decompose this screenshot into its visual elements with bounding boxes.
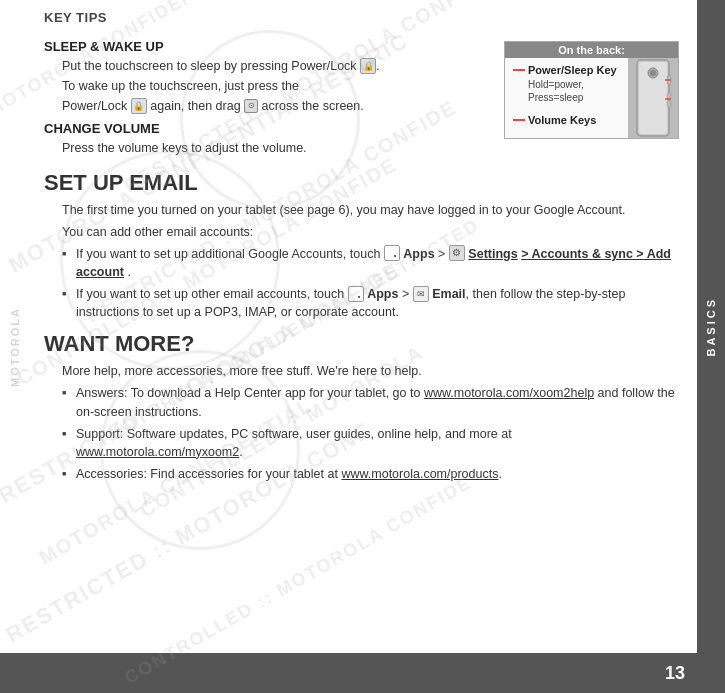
volume-key-label: Volume Keys <box>528 114 596 126</box>
on-the-back-box: On the back: Power/Sleep Key Hold=power,… <box>504 41 679 139</box>
settings-label: Settings <box>468 247 517 261</box>
want-more-bullet3: Accessories: Find accessories for your t… <box>62 465 679 483</box>
email-label: Email <box>432 287 465 301</box>
power-key-row: Power/Sleep Key <box>513 64 624 76</box>
device-back-svg <box>633 58 673 138</box>
apps-icon-2 <box>348 286 364 302</box>
want-more-bullets: Answers: To download a Help Center app f… <box>62 384 679 483</box>
svg-point-3 <box>650 70 656 76</box>
link-products[interactable]: www.motorola.com/products <box>341 467 498 481</box>
link-myxoom2[interactable]: www.motorola.com/myxoom2 <box>76 445 239 459</box>
left-sidebar: MOTOROLA <box>0 0 30 693</box>
on-the-back-title: On the back: <box>505 42 678 58</box>
device-back-image <box>628 58 678 138</box>
want-more-bullet1: Answers: To download a Help Center app f… <box>62 384 679 420</box>
email-icon: ✉ <box>413 286 429 302</box>
svg-rect-5 <box>667 93 671 99</box>
volume-key-arrow <box>513 119 525 121</box>
main-content: KEY TIPS SLEEP & WAKE UP Put the touchsc… <box>30 0 697 653</box>
change-volume-text: Press the volume keys to adjust the volu… <box>62 139 669 157</box>
lock-icon-1: 🔒 <box>360 58 376 74</box>
set-up-email-bullet2: If you want to set up other email accoun… <box>62 285 679 321</box>
set-up-email-add-accounts: You can add other email accounts: <box>62 223 679 241</box>
want-more-bullet2: Support: Software updates, PC software, … <box>62 425 679 461</box>
set-up-email-bullets: If you want to set up additional Google … <box>62 245 679 322</box>
set-up-email-heading: SET UP EMAIL <box>44 170 679 196</box>
volume-key-row: Volume Keys <box>513 114 624 126</box>
top-section: SLEEP & WAKE UP Put the touchscreen to s… <box>44 33 679 160</box>
apps-icon-1 <box>384 245 400 261</box>
set-up-email-bullet1: If you want to set up additional Google … <box>62 245 679 281</box>
key-tips-heading: KEY TIPS <box>44 10 679 25</box>
set-up-email-intro: The first time you turned on your tablet… <box>62 201 679 219</box>
bottom-bar: 13 <box>0 653 725 693</box>
basics-tab-label: BASICS <box>705 297 717 357</box>
drag-icon: ⊙ <box>244 99 258 113</box>
motorola-vertical-text: MOTOROLA <box>9 307 21 387</box>
svg-rect-6 <box>667 101 671 107</box>
power-key-arrow <box>513 69 525 71</box>
apps-label-2: Apps <box>367 287 398 301</box>
basics-tab: BASICS <box>697 0 725 653</box>
want-more-intro: More help, more accessories, more free s… <box>62 362 679 380</box>
link-xoom2help[interactable]: www.motorola.com/xoom2help <box>424 386 594 400</box>
want-more-heading: WANT MORE? <box>44 331 679 357</box>
on-the-back-labels: Power/Sleep Key Hold=power, Press=sleep … <box>505 58 628 138</box>
on-the-back-content: Power/Sleep Key Hold=power, Press=sleep … <box>505 58 678 138</box>
page-number: 13 <box>665 663 685 684</box>
lock-icon-2: 🔒 <box>131 98 147 114</box>
settings-icon: ⚙ <box>449 245 465 261</box>
power-key-label: Power/Sleep Key <box>528 64 617 76</box>
apps-label-1: Apps <box>403 247 434 261</box>
power-key-subtext: Hold=power, Press=sleep <box>528 78 624 104</box>
